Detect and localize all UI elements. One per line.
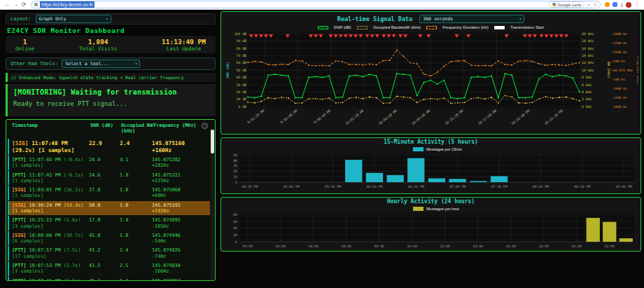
signal-tag: [PTT] — [12, 172, 26, 178]
svg-text:+500 Hz: +500 Hz — [612, 60, 625, 63]
signal-tag: [SIG] — [12, 187, 26, 193]
svg-text:10:09:48 PM: 10:09:48 PM — [411, 109, 430, 126]
svg-text:20:00: 20:00 — [572, 245, 582, 248]
help-icon[interactable]: ? — [202, 123, 208, 129]
cell-timestamp: [PTT] 10:07:46 PM (5.6s) [11 samples] — [12, 278, 89, 281]
search-icon[interactable]: ⌕ — [587, 2, 590, 8]
svg-text:70 dB: 70 dB — [237, 54, 247, 57]
legend-label-fd[interactable]: Frequency Deviation (Hz) — [442, 25, 489, 29]
cell-bw: 1.9 — [120, 217, 152, 229]
time-range-select[interactable]: 360 seconds — [419, 15, 524, 23]
stat-last-update-value: 11:13:49 PM — [162, 38, 206, 46]
svg-text:50: 50 — [233, 153, 237, 157]
cell-snr: 41.2 — [89, 247, 120, 259]
cell-timestamp: [PTT] 10:07:53 PM (2.7s) [3 samples] — [12, 263, 89, 275]
svg-text:10:06:08 PM: 10:06:08 PM — [378, 109, 398, 126]
svg-text:10:02:28 PM: 10:02:28 PM — [344, 109, 364, 126]
svg-text:10:00: 10:00 — [407, 245, 418, 248]
activity15-title: 15-Minute Activity (5 hours) — [221, 138, 640, 146]
svg-text:80: 80 — [233, 213, 237, 217]
table-row[interactable]: [SIG] 10:08:06 PM (10.7s) [6 samples]45.… — [8, 231, 210, 246]
legend-swatch-fd — [426, 26, 437, 29]
stat-total-visits-value: 1,894 — [79, 38, 117, 46]
cell-timestamp: [PTT] 11:07:45 PM (-0.1s) [1 samples] — [12, 172, 89, 184]
browser-toolbar: ← → ⟳ https://e24cy.decom.co.th Google L… — [0, 0, 644, 10]
stat-last-update-label: Last Update — [162, 46, 206, 52]
svg-text:4 kHz: 4 kHz — [582, 90, 592, 94]
forward-icon[interactable]: → — [11, 1, 20, 9]
cell-frequency: 145.075060+60Hz — [152, 187, 210, 199]
col-snr: SNR (dB) — [90, 123, 121, 134]
svg-text:07:00 PM: 07:00 PM — [449, 185, 465, 188]
back-icon[interactable]: ← — [3, 1, 11, 9]
table-row[interactable]: [PTT] 11:07:45 PM (-0.1s) [1 samples]24.… — [8, 171, 210, 186]
cell-snr: 24.6 — [89, 172, 120, 184]
site-info-icon[interactable] — [34, 3, 38, 6]
stat-online-value: 1 — [15, 38, 34, 46]
table-row[interactable]: [SIG] 11:07:48 PM (29.2s) [1 samples]22.… — [8, 139, 210, 155]
svg-text:22:00: 22:00 — [605, 245, 615, 248]
svg-text:80 dB: 80 dB — [237, 47, 247, 50]
table-row[interactable]: [PTT] 11:07:46 PM (-0.4s) [1 samples]24.… — [8, 156, 210, 170]
svg-text:Freq Dev (Hz): Freq Dev (Hz) — [636, 56, 638, 83]
table-row[interactable]: [PTT] 10:07:53 PM (2.7s) [3 samples]41.5… — [8, 261, 210, 276]
extension-icon-2[interactable] — [612, 2, 617, 7]
extension-icon-1[interactable] — [605, 2, 610, 7]
svg-text:6 kHz: 6 kHz — [582, 83, 592, 87]
svg-text:90 dB: 90 dB — [237, 39, 247, 43]
table-scrollbar[interactable] — [211, 130, 214, 280]
svg-text:-500 Hz: -500 Hz — [612, 78, 625, 81]
svg-text:10 kHz: 10 kHz — [582, 69, 594, 72]
svg-text:30: 30 — [233, 164, 237, 167]
cell-snr: 24.4 — [89, 157, 120, 169]
signal-tag: [PTT] — [12, 278, 26, 281]
google-lens-button[interactable]: Google Lens — [549, 1, 584, 8]
reload-icon[interactable]: ⟳ — [20, 1, 28, 9]
downloads-icon[interactable]: ⤓ — [620, 1, 623, 8]
signal-tag: [PTT] — [12, 157, 26, 163]
cell-snr: 45.3 — [89, 278, 120, 281]
svg-text:0: 0 — [235, 240, 237, 244]
cell-bw: 2.4 — [120, 247, 152, 259]
svg-text:20 dB: 20 dB — [237, 90, 247, 94]
svg-text:16:00: 16:00 — [506, 245, 517, 248]
svg-text:06:30 PM: 06:30 PM — [408, 185, 424, 188]
signal-table: Timestamp SNR (dB) Occupied BW (kHz) Fre… — [6, 119, 216, 281]
bookmark-star-icon[interactable]: ☆ — [593, 2, 597, 8]
table-scrollbar-thumb[interactable] — [211, 130, 214, 153]
svg-text:16 kHz: 16 kHz — [582, 47, 594, 50]
cell-frequency: 145.074895-105Hz — [152, 217, 210, 229]
col-timestamp: Timestamp — [12, 123, 90, 134]
table-row[interactable]: [SIG] 10:30:24 PM (53.3s) [1 samples]50.… — [8, 201, 210, 216]
legend-swatch-snr — [318, 26, 328, 29]
url-bar[interactable]: https://e24cy.decom.co.th Google Lens ⌕ … — [31, 1, 601, 8]
legend-label-snr[interactable]: SNR (dB) — [334, 25, 351, 29]
cell-timestamp: [PTT] 10:07:57 PM (7.5s) [17 samples] — [12, 247, 89, 259]
cell-bw: 1.0 — [120, 203, 152, 214]
table-row[interactable]: [PTT] 10:25:22 PM (1.6s) [3 samples]17.8… — [8, 216, 210, 231]
activity15-chart: 0102030405004:30 PM05:00 PM05:30 PM06:00… — [224, 146, 638, 192]
cell-frequency: 145.075160+160Hz — [152, 140, 210, 153]
svg-text:14 kHz: 14 kHz — [582, 54, 594, 57]
url-text[interactable]: https://e24cy.decom.co.th — [40, 1, 94, 8]
svg-text:BW (kHz): BW (kHz) — [607, 62, 611, 78]
legend-swatch-transmission — [494, 26, 505, 29]
svg-text:08:30 PM: 08:30 PM — [574, 185, 590, 188]
table-row[interactable]: [SIG] 11:03:01 PM (16.1s) [1 samples]27.… — [8, 186, 210, 200]
table-row[interactable]: [PTT] 10:07:46 PM (5.6s) [11 samples]45.… — [8, 277, 210, 281]
browser-actions: ⤓ ⋮ — [603, 1, 641, 8]
layout-select[interactable]: Graph Only — [36, 15, 111, 23]
cell-bw: 2.5 — [120, 263, 152, 275]
hourly-panel: Hourly Activity (24 hours) 02040608000:0… — [220, 197, 641, 252]
ham-tools-select[interactable]: Select a tool... — [62, 60, 140, 68]
svg-text:08:00: 08:00 — [374, 245, 385, 248]
legend-label-bw[interactable]: Occupied Bandwidth (kHz) — [373, 25, 421, 29]
svg-text:10: 10 — [233, 175, 237, 179]
svg-text:08:00 PM: 08:00 PM — [533, 185, 549, 188]
profile-avatar[interactable] — [626, 2, 631, 8]
browser-menu-icon[interactable]: ⋮ — [634, 1, 640, 8]
legend-label-transmission[interactable]: Transmission Start — [510, 25, 544, 29]
table-row[interactable]: [PTT] 10:07:57 PM (7.5s) [17 samples]41.… — [8, 246, 210, 261]
signal-tag: [SIG] — [12, 203, 26, 208]
svg-text:12 kHz: 12 kHz — [582, 61, 594, 64]
